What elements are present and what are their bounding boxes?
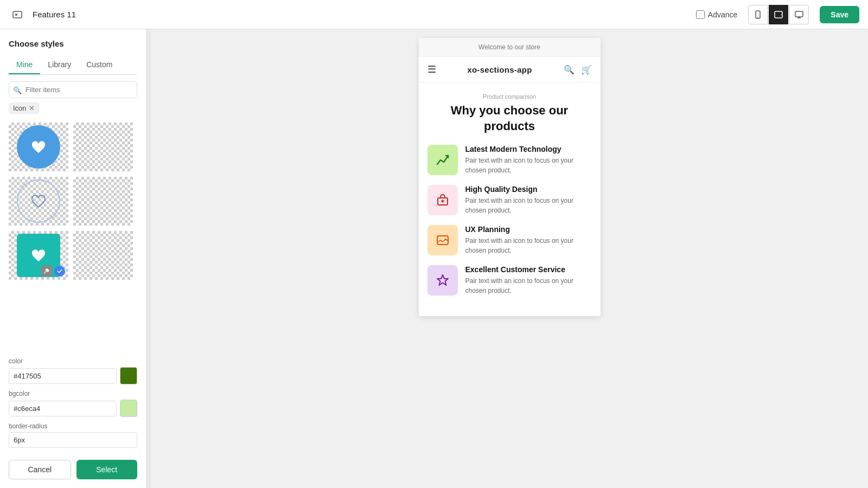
- hamburger-icon: ☰: [427, 63, 436, 75]
- bgcolor-input[interactable]: [9, 401, 117, 416]
- panel-tabs: Mine Library Custom: [9, 56, 137, 75]
- bgcolor-field-group: bgcolor: [9, 390, 137, 417]
- style-item-badges: [41, 266, 65, 277]
- main-layout: Choose styles Mine Library Custom 🔍 Icon…: [0, 29, 868, 488]
- svg-point-4: [757, 17, 758, 18]
- panel-divider: [146, 29, 151, 488]
- back-button[interactable]: [9, 6, 26, 23]
- heart-blue-icon: [17, 125, 60, 169]
- section-title: Why you choose our products: [427, 103, 592, 134]
- advance-checkbox[interactable]: [696, 10, 705, 19]
- section-label: Product comparison: [427, 93, 592, 100]
- properties-section: color bgcolor border-radius: [0, 351, 146, 453]
- style-grid: [0, 118, 146, 351]
- topbar: Features 11 Advance Save: [0, 0, 868, 29]
- mobile-preview: Welcome to our store ☰ xo-sections-app 🔍…: [419, 38, 601, 316]
- feature-text-4: Excellent Customer Service Pair text wit…: [465, 265, 592, 296]
- search-nav-icon: 🔍: [564, 65, 575, 75]
- cancel-button[interactable]: Cancel: [9, 460, 71, 479]
- feature-item-4: Excellent Customer Service Pair text wit…: [427, 265, 592, 296]
- cart-icon: 🛒: [581, 65, 592, 75]
- desktop-view-button[interactable]: [789, 5, 809, 24]
- tablet-view-button[interactable]: [769, 5, 788, 24]
- feature-desc-3: Pair text with an icon to focus on your …: [465, 236, 592, 255]
- bgcolor-row: [9, 400, 137, 417]
- panel-header: Choose styles Mine Library Custom: [0, 29, 146, 75]
- brand-name: xo-sections-app: [467, 65, 532, 74]
- filter-tags: Icon ✕: [0, 102, 146, 118]
- tab-mine[interactable]: Mine: [9, 56, 40, 74]
- feature-text-2: High Quality Design Pair text with an ic…: [465, 185, 592, 215]
- border-radius-row: [9, 432, 137, 448]
- style-item-bg-empty-3: [73, 231, 133, 280]
- feature-title-3: UX Planning: [465, 225, 592, 234]
- bgcolor-swatch[interactable]: [120, 400, 137, 417]
- device-selector: [748, 5, 809, 24]
- preview-nav: ☰ xo-sections-app 🔍 🛒: [419, 57, 601, 82]
- feature-desc-2: Pair text with an icon to focus on your …: [465, 196, 592, 215]
- feature-text-3: UX Planning Pair text with an icon to fo…: [465, 225, 592, 255]
- feature-item-3: UX Planning Pair text with an icon to fo…: [427, 225, 592, 255]
- search-box: 🔍: [9, 81, 137, 98]
- color-swatch[interactable]: [120, 367, 137, 384]
- style-item-bg-empty-2: [73, 177, 133, 226]
- feature-desc-4: Pair text with an icon to focus on your …: [465, 276, 592, 296]
- feature-icon-4: [427, 265, 458, 296]
- feature-title-4: Excellent Customer Service: [465, 265, 592, 274]
- style-item-teal-heart[interactable]: [9, 231, 73, 285]
- style-item-blue-heart[interactable]: [9, 123, 73, 177]
- check-badge: [54, 266, 65, 277]
- style-grid-inner: [9, 123, 137, 285]
- save-button[interactable]: Save: [820, 6, 859, 23]
- svg-rect-0: [13, 11, 22, 18]
- preview-area: Welcome to our store ☰ xo-sections-app 🔍…: [151, 29, 868, 488]
- advance-toggle[interactable]: Advance: [696, 10, 737, 19]
- panel-footer: Cancel Select: [0, 453, 146, 488]
- border-radius-field-group: border-radius: [9, 422, 137, 448]
- left-panel: Choose styles Mine Library Custom 🔍 Icon…: [0, 29, 146, 488]
- feature-title-1: Latest Modern Technology: [465, 145, 592, 153]
- color-row: [9, 367, 137, 384]
- mobile-view-button[interactable]: [748, 5, 768, 24]
- tab-custom[interactable]: Custom: [79, 56, 120, 74]
- feature-text-1: Latest Modern Technology Pair text with …: [465, 145, 592, 175]
- nav-icons: 🔍 🛒: [564, 65, 592, 75]
- filter-tag-icon: Icon ✕: [9, 102, 39, 114]
- heart-outline-icon: [17, 179, 60, 223]
- feature-desc-1: Pair text with an icon to focus on your …: [465, 156, 592, 175]
- select-button[interactable]: Select: [76, 460, 138, 479]
- feature-icon-3: [427, 225, 458, 255]
- style-item-empty-2[interactable]: [73, 177, 137, 231]
- style-item-bg-2: [9, 177, 68, 226]
- bgcolor-label: bgcolor: [9, 390, 137, 397]
- search-input[interactable]: [9, 81, 137, 98]
- advance-label: Advance: [708, 10, 737, 19]
- color-input[interactable]: [9, 368, 117, 384]
- style-item-outline-heart[interactable]: [9, 177, 73, 231]
- feature-icon-2: [427, 185, 458, 215]
- svg-marker-15: [437, 275, 448, 285]
- feature-item-1: Latest Modern Technology Pair text with …: [427, 145, 592, 175]
- style-item-empty-1[interactable]: [73, 123, 137, 177]
- feature-title-2: High Quality Design: [465, 185, 592, 194]
- tab-library[interactable]: Library: [40, 56, 79, 74]
- pin-badge: [41, 266, 52, 277]
- store-banner: Welcome to our store: [419, 38, 601, 57]
- color-label: color: [9, 357, 137, 365]
- panel-heading: Choose styles: [9, 39, 137, 48]
- border-radius-label: border-radius: [9, 422, 137, 430]
- color-field-group: color: [9, 357, 137, 384]
- style-item-empty-3[interactable]: [73, 231, 137, 285]
- style-item-bg-1: [9, 123, 68, 171]
- style-item-bg-3: [9, 231, 68, 280]
- border-radius-input[interactable]: [9, 432, 137, 448]
- svg-point-6: [781, 14, 782, 15]
- feature-item-2: High Quality Design Pair text with an ic…: [427, 185, 592, 215]
- svg-rect-7: [795, 11, 803, 17]
- search-icon: 🔍: [13, 86, 22, 94]
- filter-tag-remove[interactable]: ✕: [29, 104, 35, 112]
- filter-tag-label: Icon: [13, 104, 27, 112]
- features-section: Product comparison Why you choose our pr…: [419, 82, 601, 316]
- style-item-bg-empty-1: [73, 123, 133, 171]
- feature-icon-1: [427, 145, 458, 175]
